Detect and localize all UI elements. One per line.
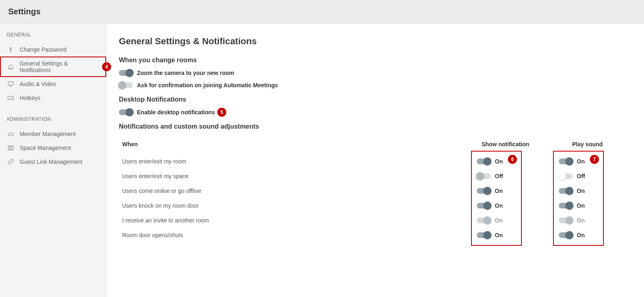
notif-row0-show-toggle[interactable] — [477, 159, 491, 164]
notif-row0-sound-toggle[interactable] — [559, 159, 573, 164]
link-icon — [7, 159, 15, 165]
callout-badge-4: 4 — [102, 62, 111, 71]
notif-row2-show-cell: On — [464, 188, 546, 194]
sidebar-item-audio-video[interactable]: Audio & Video — [0, 77, 106, 91]
map-icon — [7, 145, 15, 151]
layout: GENERAL Change Password General Settings… — [0, 24, 644, 297]
notif-row2-show-toggle[interactable] — [477, 188, 491, 194]
notif-row4-show-cell: On — [464, 217, 546, 224]
notif-row1-show-toggle[interactable] — [477, 173, 491, 179]
notif-row3-show-toggle[interactable] — [477, 203, 491, 209]
notif-when: Room door opens/shuts — [122, 232, 464, 238]
callout-badge-6: 6 — [508, 155, 517, 164]
sidebar-item-member-management[interactable]: Member Management — [0, 127, 106, 141]
notif-row4-sound-state-label: On — [577, 217, 585, 224]
sidebar-item-label: Change Password — [20, 46, 66, 53]
toggle-confirm-join[interactable] — [119, 82, 133, 88]
notif-row5-show-cell: On — [464, 232, 546, 238]
table-row: I receive an invite to another roomOnOn — [119, 213, 632, 228]
notif-row3-sound-cell: On — [546, 202, 628, 209]
sidebar-item-label: General Settings & Notifications — [20, 60, 100, 73]
notif-row5-sound-cell: On — [546, 232, 628, 238]
notif-row1-show-state-label: Off — [495, 173, 503, 179]
sidebar-item-space-management[interactable]: Space Management — [0, 141, 106, 155]
notif-row4-show-toggle — [477, 218, 491, 223]
callout-badge-7: 7 — [590, 155, 599, 164]
sidebar-item-label: Hotkeys — [20, 95, 41, 101]
cloud-icon — [7, 131, 15, 137]
toggle-enable-desktop[interactable] — [119, 109, 133, 115]
row-enable-desktop: Enable desktop notifications 5 — [119, 109, 632, 116]
sidebar-section-general: GENERAL — [0, 32, 106, 43]
label-confirm-join: Ask for confirmation on joining Automati… — [137, 82, 278, 88]
sidebar-item-label: Member Management — [20, 131, 76, 137]
notif-row4-sound-cell: On — [546, 217, 628, 224]
row-zoom-camera: Zoom the camera to your new room — [119, 70, 632, 76]
table-row: Users knock on my room doorOnOn — [119, 198, 632, 213]
notif-row2-sound-toggle[interactable] — [559, 188, 573, 194]
notifications-table: When Show notification Play sound Users … — [119, 138, 632, 243]
section-desktop-title: Desktop Notifications — [119, 96, 632, 103]
notif-row3-sound-toggle[interactable] — [559, 203, 573, 209]
monitor-icon — [7, 81, 15, 87]
notif-row5-show-toggle[interactable] — [477, 232, 491, 238]
section-notif-table-title: Notifications and custom sound adjustmen… — [119, 123, 632, 130]
notif-row1-sound-state-label: Off — [577, 173, 585, 179]
notif-when: Users enter/exit my room — [122, 158, 464, 165]
col-when-header: When — [122, 141, 464, 147]
notif-row1-sound-toggle[interactable] — [559, 173, 573, 179]
sidebar-item-hotkeys[interactable]: Hotkeys — [0, 91, 106, 105]
svg-point-0 — [10, 48, 11, 49]
main-content: General Settings & Notifications When yo… — [107, 24, 644, 297]
sidebar-item-general-settings[interactable]: General Settings & Notifications 4 — [0, 57, 106, 77]
callout-badge-5: 5 — [217, 108, 226, 117]
page-title: Settings — [8, 7, 41, 16]
table-row: Users enter/exit my roomOnOn — [119, 154, 632, 169]
bell-icon — [7, 63, 15, 70]
notif-header: When Show notification Play sound — [119, 138, 632, 154]
row-confirm-join: Ask for confirmation on joining Automati… — [119, 82, 632, 88]
main-heading: General Settings & Notifications — [119, 36, 632, 47]
svg-rect-2 — [8, 96, 13, 100]
notif-when: Users enter/exit my space — [122, 173, 464, 179]
table-row: Users come online or go offlineOnOn — [119, 184, 632, 198]
notif-row3-sound-state-label: On — [577, 202, 585, 209]
notif-row3-show-state-label: On — [495, 202, 503, 209]
notif-when: Users come online or go offline — [122, 188, 464, 194]
sidebar: GENERAL Change Password General Settings… — [0, 24, 107, 297]
notif-row4-show-state-label: On — [495, 217, 503, 224]
sidebar-item-label: Space Management — [20, 145, 71, 151]
sidebar-item-label: Audio & Video — [20, 81, 56, 87]
col-notif-header: Show notification — [464, 141, 546, 147]
notif-row1-sound-cell: Off — [546, 173, 628, 179]
notif-when: I receive an invite to another room — [122, 217, 464, 224]
notif-row4-sound-toggle — [559, 218, 573, 223]
notif-row0-show-cell: On — [464, 158, 546, 165]
label-zoom-camera: Zoom the camera to your new room — [137, 70, 234, 76]
keyboard-icon — [7, 95, 15, 101]
password-icon — [7, 46, 15, 53]
sidebar-item-guest-link[interactable]: Guest Link Management — [0, 155, 106, 169]
sidebar-item-change-password[interactable]: Change Password — [0, 43, 106, 57]
notif-row0-sound-cell: On — [546, 158, 628, 165]
notif-row3-show-cell: On — [464, 202, 546, 209]
toggle-zoom-camera[interactable] — [119, 70, 133, 76]
notif-row0-sound-state-label: On — [577, 158, 585, 165]
notif-row5-show-state-label: On — [495, 232, 503, 238]
section-change-rooms-title: When you change rooms — [119, 57, 632, 64]
notif-row2-sound-cell: On — [546, 188, 628, 194]
notif-row5-sound-state-label: On — [577, 232, 585, 238]
svg-rect-1 — [8, 82, 13, 85]
table-row: Users enter/exit my spaceOffOff — [119, 169, 632, 184]
notif-row2-sound-state-label: On — [577, 188, 585, 194]
label-enable-desktop: Enable desktop notifications — [137, 109, 215, 116]
notif-when: Users knock on my room door — [122, 202, 464, 209]
sidebar-section-admin: ADMINISTRATION — [0, 116, 106, 127]
notif-row5-sound-toggle[interactable] — [559, 232, 573, 238]
notif-row1-show-cell: Off — [464, 173, 546, 179]
notif-row0-show-state-label: On — [495, 158, 503, 165]
topbar: Settings — [0, 0, 644, 24]
sidebar-item-label: Guest Link Management — [20, 159, 82, 165]
table-row: Room door opens/shutsOnOn — [119, 228, 632, 243]
col-sound-header: Play sound — [546, 141, 628, 147]
